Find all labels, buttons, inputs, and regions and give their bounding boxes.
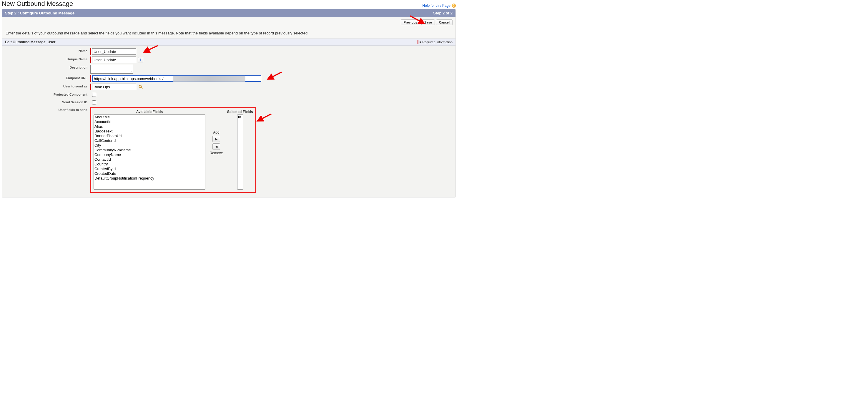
available-fields-title: Available Fields bbox=[136, 110, 163, 114]
annotation-arrow-fields bbox=[255, 113, 273, 124]
label-description: Description bbox=[2, 65, 90, 69]
section-title: Edit Outbound Message: User bbox=[5, 40, 55, 44]
save-button[interactable]: Save bbox=[421, 20, 435, 25]
svg-point-3 bbox=[139, 85, 142, 88]
help-link[interactable]: Help for this Page ? bbox=[423, 3, 456, 8]
remove-button[interactable]: ◀ bbox=[212, 143, 220, 150]
lookup-icon[interactable] bbox=[138, 84, 143, 89]
protected-component-checkbox[interactable] bbox=[92, 93, 96, 97]
section-header: Edit Outbound Message: User = Required I… bbox=[2, 38, 456, 45]
label-unique-name: Unique Name bbox=[2, 57, 90, 61]
triangle-right-icon: ▶ bbox=[215, 137, 217, 141]
unique-name-input[interactable] bbox=[92, 57, 136, 63]
available-field-option[interactable]: ContactId bbox=[94, 157, 205, 162]
svg-line-4 bbox=[141, 87, 143, 89]
fields-picklist: Available Fields AboutMeAccountIdAliasBa… bbox=[90, 107, 256, 193]
annotation-arrow-name bbox=[142, 44, 159, 56]
instructions-text: Enter the details of your outbound messa… bbox=[2, 28, 456, 38]
add-button[interactable]: ▶ bbox=[212, 136, 220, 142]
available-field-option[interactable]: DefaultGroupNotificationFrequency bbox=[94, 176, 205, 181]
remove-label: Remove bbox=[210, 151, 223, 155]
help-icon: ? bbox=[452, 3, 456, 8]
add-label: Add bbox=[213, 130, 219, 134]
previous-button[interactable]: Previous bbox=[401, 20, 420, 25]
available-field-option[interactable]: CompanyName bbox=[94, 152, 205, 157]
available-field-option[interactable]: AboutMe bbox=[94, 115, 205, 120]
available-field-option[interactable]: CallCenterId bbox=[94, 138, 205, 143]
selected-fields-title: Selected Fields bbox=[227, 110, 253, 114]
available-field-option[interactable]: CreatedById bbox=[94, 166, 205, 171]
endpoint-redaction bbox=[173, 76, 245, 82]
help-link-text: Help for this Page bbox=[423, 3, 451, 8]
available-field-option[interactable]: BannerPhotoUrl bbox=[94, 133, 205, 138]
triangle-left-icon: ◀ bbox=[215, 145, 217, 149]
label-protected-component: Protected Component bbox=[2, 92, 90, 96]
step-header: Step 2 : Configure Outbound Message Step… bbox=[2, 9, 456, 17]
available-field-option[interactable]: Country bbox=[94, 162, 205, 166]
label-user-fields-to-send: User fields to send bbox=[2, 107, 90, 112]
available-field-option[interactable]: Alias bbox=[94, 124, 205, 129]
selected-field-option[interactable]: Id bbox=[238, 115, 243, 120]
required-info: = Required Information bbox=[417, 40, 453, 44]
available-field-option[interactable]: CommunityNickname bbox=[94, 148, 205, 152]
name-input[interactable] bbox=[92, 48, 136, 55]
available-fields-select[interactable]: AboutMeAccountIdAliasBadgeTextBannerPhot… bbox=[94, 115, 206, 189]
available-field-option[interactable]: City bbox=[94, 143, 205, 148]
page-title: New Outbound Message bbox=[2, 0, 73, 8]
available-field-option[interactable]: BadgeText bbox=[94, 129, 205, 133]
available-field-option[interactable]: AccountId bbox=[94, 120, 205, 124]
available-field-option[interactable]: CreatedDate bbox=[94, 171, 205, 176]
description-textarea[interactable] bbox=[90, 65, 133, 73]
label-endpoint-url: Endpoint URL bbox=[2, 75, 90, 80]
cancel-button[interactable]: Cancel bbox=[436, 20, 453, 25]
step-header-left: Step 2 : Configure Outbound Message bbox=[5, 11, 74, 15]
label-send-session-id: Send Session ID bbox=[2, 99, 90, 104]
svg-line-5 bbox=[257, 114, 271, 121]
label-user-to-send-as: User to send as bbox=[2, 84, 90, 88]
send-session-id-checkbox[interactable] bbox=[92, 100, 96, 104]
selected-fields-select[interactable]: Id bbox=[237, 115, 243, 189]
label-name: Name bbox=[2, 48, 90, 53]
toolbar: Previous Save Cancel bbox=[2, 17, 456, 28]
required-info-text: = Required Information bbox=[420, 40, 453, 44]
required-bar-icon bbox=[417, 40, 418, 44]
info-icon[interactable]: i bbox=[138, 57, 143, 62]
user-to-send-as-input[interactable] bbox=[92, 84, 136, 90]
svg-line-1 bbox=[144, 45, 158, 52]
step-header-right: Step 2 of 2 bbox=[433, 11, 453, 15]
